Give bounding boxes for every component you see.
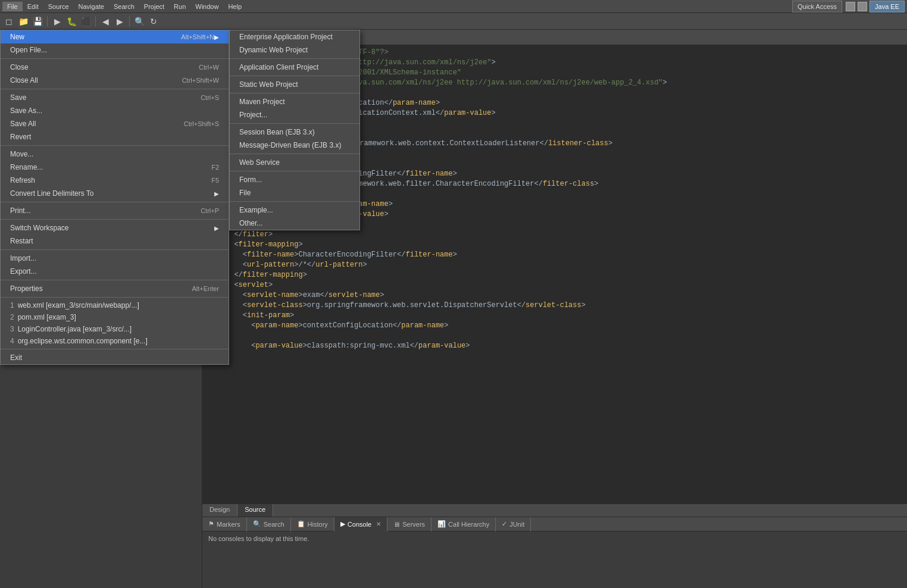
menu-item-save-as[interactable]: Save As... (1, 104, 229, 117)
dropdown-sep6 (1, 249, 229, 250)
bottom-tab-call-hierarchy-label: Call Hierarchy (448, 521, 489, 528)
menu-item-properties[interactable]: Properties Alt+Enter (1, 282, 229, 295)
toolbar-debug[interactable]: 🐛 (65, 15, 78, 28)
toolbar-back[interactable]: ◀ (99, 15, 112, 28)
submenu-dynamic-web[interactable]: Dynamic Web Project (230, 43, 359, 57)
toolbar-save[interactable]: 💾 (31, 15, 44, 28)
menu-project[interactable]: Project (139, 2, 169, 11)
code-line-31: 31 <param-value>classpath:spring-mvc.xml… (202, 341, 907, 351)
menu-navigate[interactable]: Navigate (74, 2, 109, 11)
menu-item-save[interactable]: Save Ctrl+S (1, 91, 229, 104)
bottom-tab-servers[interactable]: 🖥 Servers (387, 517, 431, 531)
menu-file[interactable]: File (2, 2, 23, 11)
quick-access-button[interactable]: Quick Access (792, 1, 842, 12)
bottom-tab-bar: ⚑ Markers 🔍 Search 📋 History ▶ Console ✕ (202, 517, 907, 531)
history-icon: 📋 (297, 520, 305, 528)
menu-edit[interactable]: Edit (23, 2, 43, 11)
toolbar-stop[interactable]: ⬛ (79, 15, 92, 28)
menu-search[interactable]: Search (109, 2, 139, 11)
menu-item-export-label: Export... (10, 267, 219, 276)
submenu-enterprise-app-label: Enterprise Application Project (239, 33, 333, 41)
bottom-tab-junit-label: JUnit (509, 521, 524, 528)
console-close-icon[interactable]: ✕ (376, 521, 381, 527)
dropdown-sep1 (1, 58, 229, 59)
submenu-maven[interactable]: Maven Project (230, 95, 359, 108)
menu-item-close-all-label: Close All (10, 76, 182, 85)
bottom-tab-console[interactable]: ▶ Console ✕ (334, 517, 387, 531)
menu-item-save-all[interactable]: Save All Ctrl+Shift+S (1, 117, 229, 130)
menu-item-revert[interactable]: Revert (1, 130, 229, 143)
submenu-project[interactable]: Project... (230, 108, 359, 121)
java-ee-button[interactable]: Java EE (870, 1, 905, 12)
submenu-file[interactable]: File (230, 186, 359, 199)
left-sidebar: New Alt+Shift+N ▶ Open File... Close Ctr… (0, 30, 202, 588)
bottom-tab-search[interactable]: 🔍 Search (247, 517, 291, 531)
recent-file-3[interactable]: 3 LoginController.java [exam_3/src/...] (1, 323, 229, 335)
menu-item-close[interactable]: Close Ctrl+W (1, 61, 229, 74)
menu-item-refresh-shortcut: F5 (211, 177, 219, 184)
submenu-static-web[interactable]: Static Web Project (230, 78, 359, 91)
recent-file-4[interactable]: 4 org.eclipse.wst.common.component [e...… (1, 335, 229, 347)
recent-file-1[interactable]: 1 web.xml [exam_3/src/main/webapp/...] (1, 299, 229, 311)
toolbar-open[interactable]: 📁 (17, 15, 30, 28)
bottom-tab-history-label: History (308, 521, 328, 528)
submenu-example[interactable]: Example... (230, 204, 359, 217)
submenu-message-bean[interactable]: Message-Driven Bean (EJB 3.x) (230, 139, 359, 152)
menu-item-properties-label: Properties (10, 284, 192, 293)
dropdown-sep3 (1, 145, 229, 146)
menu-run[interactable]: Run (169, 2, 190, 11)
submenu-other[interactable]: Other... (230, 217, 359, 230)
menu-item-refresh[interactable]: Refresh F5 (1, 174, 229, 187)
toolbar-refresh[interactable]: ↻ (147, 15, 160, 28)
menu-item-open-file[interactable]: Open File... (1, 43, 229, 57)
menu-item-move[interactable]: Move... (1, 148, 229, 161)
submenu-session-bean-label: Session Bean (EJB 3.x) (239, 128, 315, 136)
menu-source[interactable]: Source (43, 2, 74, 11)
menu-window[interactable]: Window (190, 2, 223, 11)
perspective-icon2 (858, 2, 867, 11)
bottom-tab-markers[interactable]: ⚑ Markers (202, 517, 247, 531)
toolbar-new[interactable]: ◻ (2, 15, 15, 28)
submenu-file-label: File (239, 189, 251, 197)
menu-item-rename[interactable]: Rename... F2 (1, 161, 229, 174)
bottom-tab-junit[interactable]: ✓ JUnit (496, 517, 531, 531)
menu-help[interactable]: Help (223, 2, 246, 11)
menu-item-switch-workspace[interactable]: Switch Workspace ▶ (1, 221, 229, 234)
dropdown-sep9 (1, 349, 229, 349)
submenu-form[interactable]: Form... (230, 173, 359, 186)
menu-item-new-label: New (10, 33, 181, 41)
main-layout: New Alt+Shift+N ▶ Open File... Close Ctr… (0, 30, 907, 588)
menu-item-export[interactable]: Export... (1, 265, 229, 278)
menu-item-close-all[interactable]: Close All Ctrl+Shift+W (1, 74, 229, 87)
tab-design[interactable]: Design (202, 504, 237, 517)
recent-file-1-num: 1 (10, 301, 14, 309)
toolbar-forward[interactable]: ▶ (113, 15, 126, 28)
menu-item-restart[interactable]: Restart (1, 234, 229, 248)
menu-item-import[interactable]: Import... (1, 252, 229, 265)
recent-file-2[interactable]: 2 pom.xml [exam_3] (1, 311, 229, 323)
bottom-tab-call-hierarchy[interactable]: 📊 Call Hierarchy (431, 517, 496, 531)
toolbar-search[interactable]: 🔍 (133, 15, 146, 28)
tab-source[interactable]: Source (237, 504, 273, 517)
submenu-web-service-label: Web Service (239, 158, 280, 167)
file-dropdown-menu: New Alt+Shift+N ▶ Open File... Close Ctr… (0, 30, 229, 365)
submenu-project-label: Project... (239, 111, 267, 119)
menu-item-convert-line-arrow: ▶ (214, 190, 219, 197)
submenu-app-client[interactable]: Application Client Project (230, 61, 359, 74)
menu-item-save-all-label: Save All (10, 120, 184, 128)
submenu-web-service[interactable]: Web Service (230, 156, 359, 169)
toolbar-run[interactable]: ▶ (51, 15, 64, 28)
submenu-enterprise-app[interactable]: Enterprise Application Project (230, 30, 359, 43)
bottom-tab-history[interactable]: 📋 History (291, 517, 334, 531)
menu-item-print[interactable]: Print... Ctrl+P (1, 204, 229, 217)
dropdown-sep4 (1, 202, 229, 202)
code-line-21: <filter-name>CharacterEncodingFilter</fi… (202, 250, 907, 260)
servers-icon: 🖥 (393, 521, 400, 528)
bottom-panel: ⚑ Markers 🔍 Search 📋 History ▶ Console ✕ (202, 517, 907, 588)
menu-item-exit[interactable]: Exit (1, 351, 229, 364)
menu-item-new[interactable]: New Alt+Shift+N ▶ (1, 30, 229, 43)
menu-item-convert-line[interactable]: Convert Line Delimiters To ▶ (1, 187, 229, 200)
recent-file-2-num: 2 (10, 313, 14, 321)
submenu-session-bean[interactable]: Session Bean (EJB 3.x) (230, 126, 359, 139)
submenu-form-label: Form... (239, 176, 262, 184)
